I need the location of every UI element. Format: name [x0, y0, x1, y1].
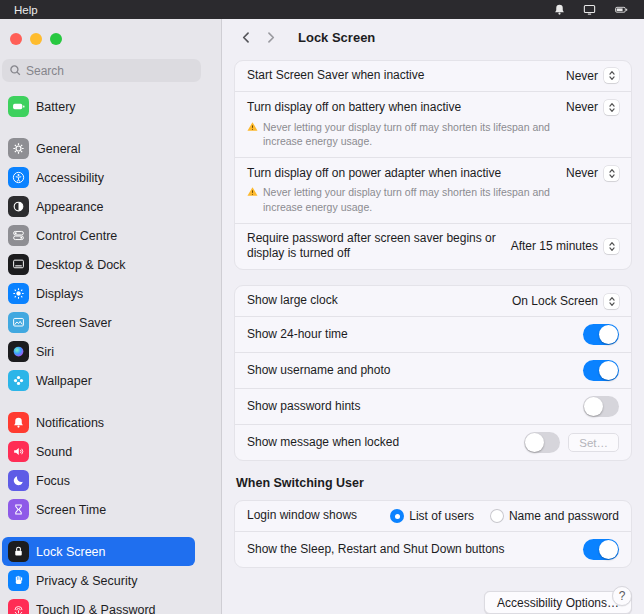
sidebar-item-screen-time[interactable]: Screen Time — [2, 495, 195, 524]
sidebar-item-screen-saver[interactable]: Screen Saver — [2, 308, 195, 337]
gear-icon — [8, 138, 29, 159]
sidebar-list: Battery General Accessibility Appearance… — [0, 92, 221, 614]
radio-list-of-users[interactable]: List of users — [390, 509, 474, 523]
search-input[interactable] — [2, 59, 201, 82]
control-centre-icon — [8, 225, 29, 246]
settings-content: Start Screen Saver when inactive Never T… — [222, 56, 644, 614]
display-sleep-group: Start Screen Saver when inactive Never T… — [234, 60, 632, 270]
accessibility-options-button[interactable]: Accessibility Options… — [484, 591, 632, 614]
radio-selected-icon — [390, 509, 404, 523]
settings-window: Battery General Accessibility Appearance… — [0, 19, 644, 614]
setting-row-login-window: Login window shows List of users Name an… — [235, 501, 631, 531]
large-clock-select[interactable]: On Lock Screen — [512, 294, 619, 309]
setting-row-large-clock: Show large clock On Lock Screen — [235, 286, 631, 316]
warning-icon — [247, 121, 258, 132]
login-window-radio-group: List of users Name and password — [390, 509, 619, 523]
chevron-up-down-icon — [604, 294, 619, 309]
zoom-button[interactable] — [50, 33, 62, 45]
flower-icon — [8, 370, 29, 391]
sidebar-item-appearance[interactable]: Appearance — [2, 192, 195, 221]
sidebar-item-general[interactable]: General — [2, 134, 195, 163]
menu-bar: Help — [0, 0, 644, 19]
setting-row-require-password: Require password after screen saver begi… — [235, 223, 631, 269]
sidebar-item-displays[interactable]: Displays — [2, 279, 195, 308]
radio-unselected-icon — [490, 509, 504, 523]
screen-saver-select[interactable]: Never — [566, 68, 619, 83]
hourglass-icon — [8, 499, 29, 520]
battery-icon[interactable] — [613, 3, 630, 16]
sidebar-item-desktop-dock[interactable]: Desktop & Dock — [2, 250, 195, 279]
setting-row-24-hour-time: Show 24-hour time — [235, 316, 631, 352]
sidebar-item-privacy-security[interactable]: Privacy & Security — [2, 566, 195, 595]
moon-icon — [8, 470, 29, 491]
chevron-up-down-icon — [604, 100, 619, 115]
sidebar-item-battery[interactable]: Battery — [2, 92, 195, 121]
screensaver-icon — [8, 312, 29, 333]
setting-row-username-photo: Show username and photo — [235, 352, 631, 388]
main-panel: Lock Screen Start Screen Saver when inac… — [222, 19, 644, 614]
search-field — [2, 59, 201, 82]
sleep-restart-shutdown-toggle[interactable] — [583, 539, 619, 560]
lock-screen-options-group: Show large clock On Lock Screen Show 24-… — [234, 285, 632, 461]
forward-button[interactable] — [258, 25, 282, 49]
warning-icon — [247, 186, 258, 197]
display-off-battery-select[interactable]: Never — [566, 100, 619, 115]
battery-icon — [8, 96, 29, 117]
setting-row-screen-saver: Start Screen Saver when inactive Never — [235, 61, 631, 91]
siri-orb-icon — [8, 341, 29, 362]
sidebar-item-lock-screen[interactable]: Lock Screen — [2, 537, 195, 566]
username-photo-toggle[interactable] — [583, 360, 619, 381]
bell-icon — [8, 412, 29, 433]
fingerprint-icon — [8, 599, 29, 614]
setting-row-password-hints: Show password hints — [235, 388, 631, 424]
footer: Accessibility Options… — [234, 583, 632, 614]
hand-icon — [8, 570, 29, 591]
chevron-up-down-icon — [604, 68, 619, 83]
lifespan-warning: Never letting your display turn off may … — [247, 120, 566, 148]
main-header: Lock Screen — [222, 19, 644, 56]
display-icon[interactable] — [582, 3, 597, 16]
sidebar-item-siri[interactable]: Siri — [2, 337, 195, 366]
window-controls — [0, 19, 221, 53]
sidebar-item-sound[interactable]: Sound — [2, 437, 195, 466]
sidebar-item-wallpaper[interactable]: Wallpaper — [2, 366, 195, 395]
back-button[interactable] — [234, 25, 258, 49]
setting-row-display-off-power: Turn display off on power adapter when i… — [235, 157, 631, 223]
setting-row-message-when-locked: Show message when locked Set… — [235, 424, 631, 460]
sidebar-item-touch-id[interactable]: Touch ID & Password — [2, 595, 195, 614]
password-hints-toggle[interactable] — [583, 396, 619, 417]
menu-help[interactable]: Help — [14, 4, 38, 16]
chevron-up-down-icon — [604, 166, 619, 181]
search-icon — [9, 64, 22, 77]
setting-row-display-off-battery: Turn display off on battery when inactiv… — [235, 91, 631, 157]
bell-icon[interactable] — [553, 3, 566, 16]
accessibility-icon — [8, 167, 29, 188]
lifespan-warning: Never letting your display turn off may … — [247, 185, 566, 213]
sidebar-item-control-centre[interactable]: Control Centre — [2, 221, 195, 250]
sidebar: Battery General Accessibility Appearance… — [0, 19, 222, 614]
set-message-button[interactable]: Set… — [568, 433, 619, 452]
sidebar-item-focus[interactable]: Focus — [2, 466, 195, 495]
chevron-up-down-icon — [604, 239, 619, 254]
desktop-dock-icon — [8, 254, 29, 275]
setting-row-sleep-restart-shutdown: Show the Sleep, Restart and Shut Down bu… — [235, 531, 631, 567]
radio-name-and-password[interactable]: Name and password — [490, 509, 619, 523]
help-button[interactable]: ? — [612, 586, 632, 606]
lock-icon — [8, 541, 29, 562]
speaker-icon — [8, 441, 29, 462]
sun-icon — [8, 283, 29, 304]
close-button[interactable] — [10, 33, 22, 45]
message-when-locked-toggle[interactable] — [524, 432, 560, 453]
display-off-power-select[interactable]: Never — [566, 166, 619, 181]
minimize-button[interactable] — [30, 33, 42, 45]
sidebar-item-accessibility[interactable]: Accessibility — [2, 163, 195, 192]
require-password-select[interactable]: After 15 minutes — [511, 239, 619, 254]
section-title-switching-user: When Switching User — [236, 476, 630, 490]
appearance-icon — [8, 196, 29, 217]
24-hour-time-toggle[interactable] — [583, 324, 619, 345]
switching-user-group: Login window shows List of users Name an… — [234, 500, 632, 568]
page-title: Lock Screen — [298, 30, 375, 45]
sidebar-item-notifications[interactable]: Notifications — [2, 408, 195, 437]
